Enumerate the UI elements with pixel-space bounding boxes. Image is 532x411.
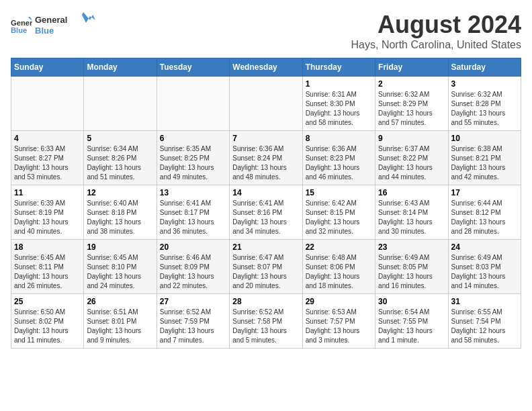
day-info: Sunrise: 6:48 AMSunset: 8:06 PMDaylight:… [306,253,372,291]
col-saturday: Saturday [448,58,521,77]
day-info: Sunrise: 6:50 AMSunset: 8:02 PMDaylight:… [14,308,81,345]
calendar-cell: 10Sunrise: 6:38 AMSunset: 8:21 PMDayligh… [448,131,521,185]
day-info: Sunrise: 6:35 AMSunset: 8:25 PMDaylight:… [160,144,226,182]
day-number: 31 [451,297,518,306]
day-number: 11 [14,188,81,197]
calendar-cell: 15Sunrise: 6:42 AMSunset: 8:15 PMDayligh… [302,185,375,240]
day-info: Sunrise: 6:45 AMSunset: 8:10 PMDaylight:… [87,253,153,291]
day-info: Sunrise: 6:51 AMSunset: 8:01 PMDaylight:… [87,308,153,345]
page-subtitle: Hays, North Carolina, United States [351,39,521,51]
calendar-cell: 5Sunrise: 6:34 AMSunset: 8:26 PMDaylight… [84,131,157,185]
day-number: 9 [378,134,445,143]
day-number: 10 [451,134,518,143]
logo: General Blue General Blue [11,11,95,40]
calendar-week-2: 4Sunrise: 6:33 AMSunset: 8:27 PMDaylight… [11,131,521,185]
day-number: 12 [87,188,153,197]
calendar-header: Sunday Monday Tuesday Wednesday Thursday… [11,58,521,77]
day-number: 13 [160,188,226,197]
calendar-cell: 7Sunrise: 6:36 AMSunset: 8:24 PMDaylight… [230,131,302,185]
calendar-cell: 17Sunrise: 6:44 AMSunset: 8:12 PMDayligh… [448,185,521,240]
day-info: Sunrise: 6:43 AMSunset: 8:14 PMDaylight:… [378,199,445,236]
general-blue-logo-svg: General Blue [35,11,95,38]
day-info: Sunrise: 6:41 AMSunset: 8:16 PMDaylight:… [232,199,299,236]
day-info: Sunrise: 6:55 AMSunset: 7:54 PMDaylight:… [451,308,518,345]
col-wednesday: Wednesday [230,58,302,77]
page-title: August 2024 [351,11,521,39]
calendar-cell: 22Sunrise: 6:48 AMSunset: 8:06 PMDayligh… [302,240,375,294]
day-number: 18 [14,242,81,252]
col-friday: Friday [375,58,448,77]
calendar-cell: 21Sunrise: 6:47 AMSunset: 8:07 PMDayligh… [230,240,302,294]
day-number: 8 [306,134,372,143]
day-info: Sunrise: 6:32 AMSunset: 8:28 PMDaylight:… [451,90,518,128]
calendar-cell: 14Sunrise: 6:41 AMSunset: 8:16 PMDayligh… [230,185,302,240]
calendar-cell: 2Sunrise: 6:32 AMSunset: 8:29 PMDaylight… [375,77,448,131]
header-row: Sunday Monday Tuesday Wednesday Thursday… [11,58,521,77]
calendar-cell: 19Sunrise: 6:45 AMSunset: 8:10 PMDayligh… [84,240,157,294]
calendar-cell: 13Sunrise: 6:41 AMSunset: 8:17 PMDayligh… [157,185,229,240]
svg-text:Blue: Blue [11,26,27,34]
calendar-week-3: 11Sunrise: 6:39 AMSunset: 8:19 PMDayligh… [11,185,521,240]
calendar-cell: 25Sunrise: 6:50 AMSunset: 8:02 PMDayligh… [11,294,84,349]
day-number: 26 [87,297,153,306]
calendar-week-5: 25Sunrise: 6:50 AMSunset: 8:02 PMDayligh… [11,294,521,349]
calendar-week-1: 1Sunrise: 6:31 AMSunset: 8:30 PMDaylight… [11,77,521,131]
calendar-cell: 29Sunrise: 6:53 AMSunset: 7:57 PMDayligh… [302,294,375,349]
day-number: 22 [306,242,372,252]
day-info: Sunrise: 6:40 AMSunset: 8:18 PMDaylight:… [87,199,153,236]
day-number: 17 [451,188,518,197]
calendar-cell: 27Sunrise: 6:52 AMSunset: 7:59 PMDayligh… [157,294,229,349]
day-number: 5 [87,134,153,143]
day-number: 16 [378,188,445,197]
day-info: Sunrise: 6:38 AMSunset: 8:21 PMDaylight:… [451,144,518,182]
day-info: Sunrise: 6:46 AMSunset: 8:09 PMDaylight:… [160,253,226,291]
calendar-cell [84,77,157,131]
day-number: 20 [160,242,226,252]
day-number: 23 [378,242,445,252]
col-monday: Monday [84,58,157,77]
calendar-cell [157,77,229,131]
calendar-cell: 4Sunrise: 6:33 AMSunset: 8:27 PMDaylight… [11,131,84,185]
svg-text:General: General [35,15,67,25]
calendar-cell: 18Sunrise: 6:45 AMSunset: 8:11 PMDayligh… [11,240,84,294]
day-number: 19 [87,242,153,252]
day-info: Sunrise: 6:42 AMSunset: 8:15 PMDaylight:… [306,199,372,236]
svg-marker-4 [82,12,95,23]
day-info: Sunrise: 6:37 AMSunset: 8:22 PMDaylight:… [378,144,445,182]
calendar-cell: 31Sunrise: 6:55 AMSunset: 7:54 PMDayligh… [448,294,521,349]
day-info: Sunrise: 6:32 AMSunset: 8:29 PMDaylight:… [378,90,445,128]
day-number: 15 [306,188,372,197]
calendar-cell: 20Sunrise: 6:46 AMSunset: 8:09 PMDayligh… [157,240,229,294]
calendar-cell: 24Sunrise: 6:49 AMSunset: 8:03 PMDayligh… [448,240,521,294]
day-info: Sunrise: 6:31 AMSunset: 8:30 PMDaylight:… [306,90,372,128]
col-tuesday: Tuesday [157,58,229,77]
col-thursday: Thursday [302,58,375,77]
calendar-cell: 1Sunrise: 6:31 AMSunset: 8:30 PMDaylight… [302,77,375,131]
day-info: Sunrise: 6:53 AMSunset: 7:57 PMDaylight:… [306,308,372,345]
day-number: 28 [232,297,299,306]
svg-text:Blue: Blue [35,26,54,36]
calendar-cell: 9Sunrise: 6:37 AMSunset: 8:22 PMDaylight… [375,131,448,185]
calendar-cell [230,77,302,131]
day-info: Sunrise: 6:36 AMSunset: 8:23 PMDaylight:… [306,144,372,182]
day-number: 29 [306,297,372,306]
calendar-cell: 28Sunrise: 6:52 AMSunset: 7:58 PMDayligh… [230,294,302,349]
day-info: Sunrise: 6:54 AMSunset: 7:55 PMDaylight:… [378,308,445,345]
day-number: 4 [14,134,81,143]
day-number: 2 [378,79,445,89]
calendar-cell: 12Sunrise: 6:40 AMSunset: 8:18 PMDayligh… [84,185,157,240]
calendar-cell: 3Sunrise: 6:32 AMSunset: 8:28 PMDaylight… [448,77,521,131]
day-info: Sunrise: 6:41 AMSunset: 8:17 PMDaylight:… [160,199,226,236]
day-number: 6 [160,134,226,143]
day-number: 25 [14,297,81,306]
calendar-cell: 11Sunrise: 6:39 AMSunset: 8:19 PMDayligh… [11,185,84,240]
day-number: 14 [232,188,299,197]
day-number: 30 [378,297,445,306]
day-info: Sunrise: 6:47 AMSunset: 8:07 PMDaylight:… [232,253,299,291]
day-number: 27 [160,297,226,306]
calendar-table: Sunday Monday Tuesday Wednesday Thursday… [11,58,521,349]
calendar-cell: 23Sunrise: 6:49 AMSunset: 8:05 PMDayligh… [375,240,448,294]
day-number: 3 [451,79,518,89]
day-info: Sunrise: 6:52 AMSunset: 7:58 PMDaylight:… [232,308,299,345]
day-info: Sunrise: 6:44 AMSunset: 8:12 PMDaylight:… [451,199,518,236]
